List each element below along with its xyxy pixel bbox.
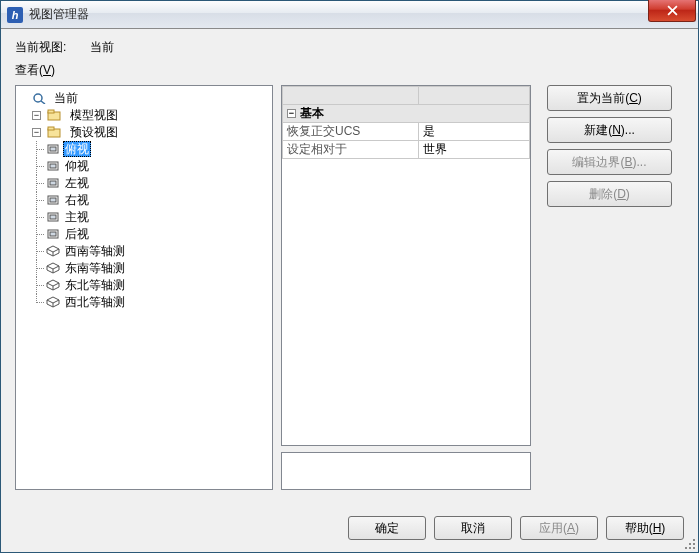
svg-marker-18 — [47, 246, 59, 252]
close-button[interactable] — [648, 0, 696, 22]
tree-node-preset-item[interactable]: 西南等轴测 — [63, 244, 127, 258]
tree-node-preset-item[interactable]: 后视 — [63, 227, 91, 241]
property-key: 设定相对于 — [283, 141, 419, 159]
current-view-value: 当前 — [90, 39, 114, 56]
svg-rect-15 — [50, 215, 56, 219]
tree-node-preset-item[interactable]: 主视 — [63, 210, 91, 224]
svg-line-23 — [53, 253, 59, 256]
tree-node-preset-item[interactable]: 右视 — [63, 193, 91, 207]
svg-line-40 — [47, 304, 53, 307]
lens-icon — [32, 92, 46, 104]
tree-node-preset-item[interactable]: 东南等轴测 — [63, 261, 127, 275]
iso-view-icon — [46, 245, 60, 257]
property-description — [281, 452, 531, 490]
property-value[interactable]: 世界 — [418, 141, 529, 159]
svg-line-1 — [41, 101, 45, 104]
svg-line-34 — [47, 287, 53, 290]
titlebar: h 视图管理器 — [1, 1, 698, 29]
current-view-line: 当前视图: 当前 — [15, 39, 684, 56]
svg-marker-36 — [47, 297, 59, 303]
tree-node-current[interactable]: 当前 — [52, 91, 80, 105]
property-value[interactable]: 是 — [418, 123, 529, 141]
close-icon — [667, 5, 678, 16]
edit-boundaries-button: 编辑边界(B)... — [547, 149, 672, 175]
ortho-view-icon — [46, 211, 60, 223]
set-current-button[interactable]: 置为当前(C) — [547, 85, 672, 111]
svg-line-22 — [47, 253, 53, 256]
svg-line-35 — [53, 287, 59, 290]
svg-rect-3 — [48, 110, 54, 113]
svg-line-41 — [53, 304, 59, 307]
dialog-body: 当前视图: 当前 查看(V) 当前 − 模型视图 — [1, 29, 698, 552]
window-title: 视图管理器 — [29, 6, 89, 23]
iso-view-icon — [46, 262, 60, 274]
side-buttons: 置为当前(C) 新建(N)... 编辑边界(B)... 删除(D) — [539, 85, 684, 490]
iso-view-icon — [46, 296, 60, 308]
ortho-view-icon — [46, 194, 60, 206]
property-pane: −基本 恢复正交UCS是设定相对于世界 — [281, 85, 531, 490]
svg-point-0 — [34, 94, 42, 102]
property-key: 恢复正交UCS — [283, 123, 419, 141]
ortho-view-icon — [46, 160, 60, 172]
folder-icon — [47, 126, 61, 138]
resize-grip[interactable] — [681, 535, 695, 549]
ortho-view-icon — [46, 228, 60, 240]
iso-view-icon — [46, 279, 60, 291]
svg-rect-5 — [48, 127, 54, 130]
svg-marker-24 — [47, 263, 59, 269]
svg-line-28 — [47, 270, 53, 273]
view-menu[interactable]: 查看(V) — [15, 63, 55, 77]
new-button[interactable]: 新建(N)... — [547, 117, 672, 143]
tree-node-preset-item[interactable]: 西北等轴测 — [63, 295, 127, 309]
svg-rect-9 — [50, 164, 56, 168]
apply-button: 应用(A) — [520, 516, 598, 540]
ok-button[interactable]: 确定 — [348, 516, 426, 540]
tree-node-preset-item[interactable]: 仰视 — [63, 159, 91, 173]
delete-button: 删除(D) — [547, 181, 672, 207]
svg-rect-17 — [50, 232, 56, 236]
dialog-window: h 视图管理器 当前视图: 当前 查看(V) 当前 — [0, 0, 699, 553]
tree-node-preset-item[interactable]: 东北等轴测 — [63, 278, 127, 292]
footer-buttons: 确定 取消 应用(A) 帮助(H) — [348, 516, 684, 540]
svg-marker-30 — [47, 280, 59, 286]
folder-icon — [47, 109, 61, 121]
collapse-icon[interactable]: − — [287, 109, 296, 118]
app-icon: h — [7, 7, 23, 23]
svg-rect-13 — [50, 198, 56, 202]
property-category: 基本 — [300, 106, 324, 120]
svg-rect-11 — [50, 181, 56, 185]
tree-node-preset-item[interactable]: 俯视 — [63, 141, 91, 157]
tree-node-preset-item[interactable]: 左视 — [63, 176, 91, 190]
main-area: 当前 − 模型视图 − 预设视图 俯视仰视左视右视主视后视西南等轴测东南等轴测东… — [15, 85, 684, 490]
views-tree[interactable]: 当前 − 模型视图 − 预设视图 俯视仰视左视右视主视后视西南等轴测东南等轴测东… — [15, 85, 273, 490]
property-table[interactable]: −基本 恢复正交UCS是设定相对于世界 — [281, 85, 531, 446]
current-view-label: 当前视图: — [15, 39, 66, 56]
menu-line: 查看(V) — [15, 62, 684, 79]
tree-node-preset[interactable]: 预设视图 — [68, 125, 120, 139]
help-button[interactable]: 帮助(H) — [606, 516, 684, 540]
ortho-view-icon — [46, 177, 60, 189]
expander-icon[interactable]: − — [32, 128, 41, 137]
expander-icon[interactable]: − — [32, 111, 41, 120]
svg-line-29 — [53, 270, 59, 273]
cancel-button[interactable]: 取消 — [434, 516, 512, 540]
tree-node-model[interactable]: 模型视图 — [68, 108, 120, 122]
ortho-view-icon — [46, 143, 60, 155]
svg-rect-7 — [50, 147, 56, 151]
